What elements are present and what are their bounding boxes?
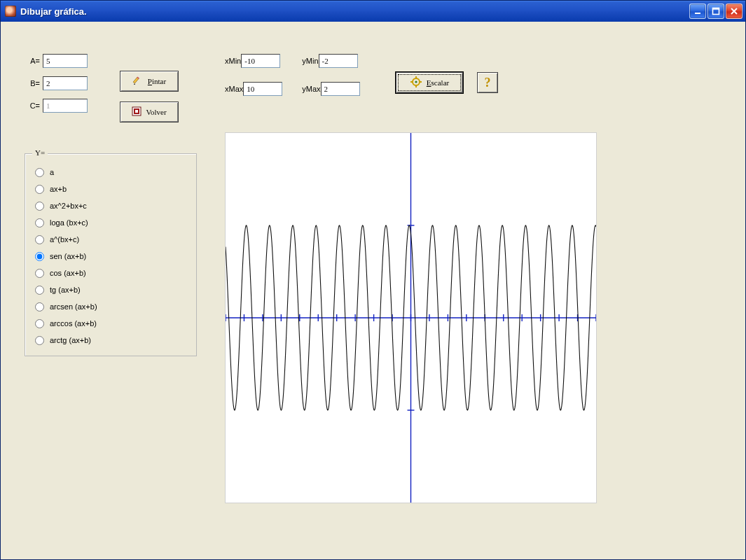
function-option-tg[interactable]: tg (ax+b) xyxy=(35,281,186,298)
ymax-label: yMax xyxy=(302,85,320,93)
ymin-label: yMin xyxy=(302,57,318,65)
function-options: aax+bax^2+bx+cloga (bx+c)a^(bx+c)sen (ax… xyxy=(35,164,186,349)
scale-icon xyxy=(410,76,422,89)
function-option-quad[interactable]: ax^2+bx+c xyxy=(35,197,186,214)
pintar-label: Pintar xyxy=(148,77,166,85)
ymin-input[interactable] xyxy=(319,54,358,68)
coefficients-panel: A= B= C= xyxy=(25,50,88,117)
range-panel: xMin yMin xMax yMax xyxy=(225,54,360,96)
function-option-apow[interactable]: a^(bx+c) xyxy=(35,231,186,248)
function-radio-cos[interactable] xyxy=(35,269,44,278)
function-option-arctg[interactable]: arctg (ax+b) xyxy=(35,332,186,349)
escalar-row: Escalar ? xyxy=(396,72,498,93)
function-radio-sen[interactable] xyxy=(35,252,44,261)
svg-point-10 xyxy=(415,80,417,83)
c-input[interactable] xyxy=(43,99,88,113)
title-bar: Dibujar gráfica. xyxy=(1,1,745,22)
function-label-arctg: arctg (ax+b) xyxy=(50,336,91,344)
function-label-loga: loga (bx+c) xyxy=(50,218,88,227)
function-label-tg: tg (ax+b) xyxy=(50,286,81,294)
escalar-button[interactable]: Escalar xyxy=(396,72,463,93)
app-window: Dibujar gráfica. A= B= C= xyxy=(0,0,746,560)
function-radio-quad[interactable] xyxy=(35,202,44,211)
plot-canvas xyxy=(226,133,596,503)
function-option-arcsen[interactable]: arcsen (ax+b) xyxy=(35,298,186,315)
function-radio-apow[interactable] xyxy=(35,235,44,244)
function-groupbox: Y= aax+bax^2+bx+cloga (bx+c)a^(bx+c)sen … xyxy=(25,153,197,356)
maximize-button[interactable] xyxy=(707,4,724,19)
function-radio-tg[interactable] xyxy=(35,286,44,295)
function-option-a[interactable]: a xyxy=(35,164,186,181)
window-buttons xyxy=(689,4,742,19)
function-label-sen: sen (ax+b) xyxy=(50,252,86,260)
minimize-button[interactable] xyxy=(689,4,706,19)
exit-icon xyxy=(132,106,141,118)
svg-marker-3 xyxy=(134,83,135,85)
ymax-input[interactable] xyxy=(321,82,360,96)
a-input[interactable] xyxy=(43,54,88,68)
xmin-input[interactable] xyxy=(241,54,280,68)
svg-rect-2 xyxy=(713,8,719,10)
volver-button[interactable]: Volver xyxy=(120,102,179,122)
xmax-label: xMax xyxy=(225,85,243,93)
close-button[interactable] xyxy=(726,4,742,19)
function-label-apow: a^(bx+c) xyxy=(50,235,79,244)
window-title: Dibujar gráfica. xyxy=(20,6,689,17)
volver-label: Volver xyxy=(146,108,166,116)
pencil-icon xyxy=(132,75,144,88)
xmax-input[interactable] xyxy=(243,82,282,96)
function-radio-axb[interactable] xyxy=(35,185,44,194)
function-radio-arctg[interactable] xyxy=(35,336,44,345)
function-option-sen[interactable]: sen (ax+b) xyxy=(35,248,186,265)
svg-rect-8 xyxy=(135,110,138,113)
escalar-label: Escalar xyxy=(427,78,449,87)
function-label-a: a xyxy=(50,168,54,176)
function-option-axb[interactable]: ax+b xyxy=(35,181,186,197)
function-radio-a[interactable] xyxy=(35,168,44,177)
function-label-cos: cos (ax+b) xyxy=(50,269,86,277)
function-radio-arccos[interactable] xyxy=(35,319,44,328)
function-option-loga[interactable]: loga (bx+c) xyxy=(35,214,186,231)
function-option-arccos[interactable]: arccos (ax+b) xyxy=(35,315,186,332)
action-buttons: Pintar Volver xyxy=(120,71,179,122)
function-radio-arcsen[interactable] xyxy=(35,302,44,312)
function-label-axb: ax+b xyxy=(50,185,67,193)
function-legend: Y= xyxy=(32,148,48,157)
pintar-button[interactable]: Pintar xyxy=(120,71,179,92)
help-icon: ? xyxy=(485,76,491,89)
function-label-quad: ax^2+bx+c xyxy=(50,202,87,210)
app-icon xyxy=(5,6,16,17)
b-label: B= xyxy=(25,79,43,88)
help-button[interactable]: ? xyxy=(477,72,498,93)
a-label: A= xyxy=(25,57,43,65)
function-option-cos[interactable]: cos (ax+b) xyxy=(35,265,186,281)
b-input[interactable] xyxy=(43,76,88,90)
svg-rect-0 xyxy=(695,13,700,14)
c-label: C= xyxy=(25,102,43,110)
xmin-label: xMin xyxy=(225,57,241,65)
function-label-arccos: arccos (ax+b) xyxy=(50,319,97,328)
function-label-arcsen: arcsen (ax+b) xyxy=(50,302,97,311)
function-radio-loga[interactable] xyxy=(35,218,44,227)
plot-area xyxy=(225,132,597,503)
client-area: A= B= C= Pin xyxy=(1,22,745,559)
